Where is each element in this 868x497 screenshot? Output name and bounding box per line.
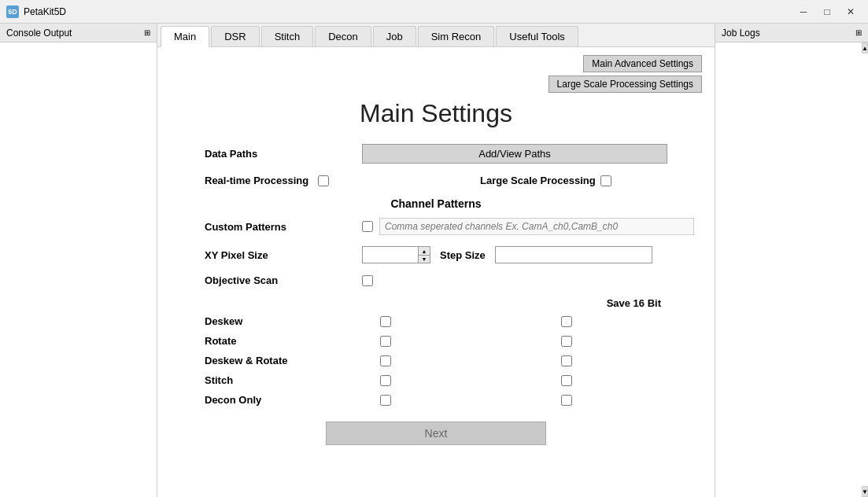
objective-scan-checkbox[interactable] <box>362 275 373 286</box>
window-controls: ─ □ ✕ <box>792 4 862 20</box>
main-form: Data Paths Add/View Paths Real-time Proc… <box>173 144 699 445</box>
deskew-save16-container <box>543 316 590 327</box>
console-title: Console Output <box>6 28 72 39</box>
console-header: Console Output ⊞ <box>0 24 157 42</box>
console-panel: Console Output ⊞ <box>0 24 157 497</box>
realtime-processing: Real-time Processing <box>205 175 480 186</box>
joblogs-header: Job Logs ⊞ <box>715 24 868 42</box>
rotate-checkbox[interactable] <box>380 336 391 347</box>
decon-only-save16-checkbox[interactable] <box>561 395 572 406</box>
deskew-checkbox-container <box>362 316 409 327</box>
joblogs-content: ▲ ▼ <box>715 42 868 497</box>
tab-content-main: Main Advanced Settings Large Scale Proce… <box>157 47 715 497</box>
realtime-label: Real-time Processing <box>205 175 308 186</box>
custom-patterns-row: Custom Patterns <box>205 218 667 235</box>
decon-only-checkbox-container <box>362 395 409 406</box>
tab-main[interactable]: Main <box>161 26 209 47</box>
settings-buttons: Main Advanced Settings Large Scale Proce… <box>549 55 702 93</box>
tab-useful-tools[interactable]: Useful Tools <box>496 26 578 46</box>
title-bar: 5D PetaKit5D ─ □ ✕ <box>0 0 868 24</box>
close-button[interactable]: ✕ <box>840 4 862 20</box>
stitch-label: Stitch <box>205 374 362 386</box>
decon-only-save16-container <box>543 395 590 406</box>
large-scale-label: Large Scale Processing <box>480 175 596 186</box>
decon-only-row: Decon Only <box>205 394 667 406</box>
deskew-save16-checkbox[interactable] <box>561 316 572 327</box>
xy-pixel-down[interactable]: ▼ <box>419 255 430 263</box>
joblogs-title: Job Logs <box>722 28 760 39</box>
console-content <box>0 42 157 497</box>
large-scale-settings-button[interactable]: Large Scale Processing Settings <box>549 75 702 93</box>
stitch-save16-checkbox[interactable] <box>561 375 572 386</box>
advanced-settings-button[interactable]: Main Advanced Settings <box>583 55 702 72</box>
stitch-save16-container <box>543 375 590 386</box>
xy-pixel-control: 0.10800 ▲ ▼ Step Size .5 <box>362 246 667 263</box>
xy-pixel-row: XY Pixel Size 0.10800 ▲ ▼ Step Size .5 <box>205 246 667 263</box>
step-size-label: Step Size <box>440 249 486 261</box>
next-button[interactable]: Next <box>326 422 546 445</box>
add-view-paths-button[interactable]: Add/View Paths <box>362 144 667 164</box>
objective-scan-row: Objective Scan <box>205 274 667 286</box>
stitch-checkbox[interactable] <box>380 375 391 386</box>
large-scale-checkbox[interactable] <box>600 175 611 186</box>
joblogs-panel: Job Logs ⊞ ▲ ▼ <box>715 24 868 497</box>
tab-stitch[interactable]: Stitch <box>261 26 314 46</box>
realtime-checkbox[interactable] <box>318 175 329 186</box>
deskew-row: Deskew <box>205 315 667 327</box>
objective-scan-label: Objective Scan <box>205 274 362 286</box>
stitch-checkbox-container <box>362 375 409 386</box>
joblogs-scroll-down[interactable]: ▼ <box>862 486 868 497</box>
objective-scan-control <box>362 275 667 286</box>
step-size-input[interactable]: .5 <box>495 246 652 263</box>
channel-patterns-header: Channel Patterns <box>205 197 667 210</box>
large-scale-processing: Large Scale Processing <box>480 175 611 186</box>
deskew-rotate-checkbox[interactable] <box>380 355 391 366</box>
page-title: Main Settings <box>173 99 699 128</box>
xy-pixel-up[interactable]: ▲ <box>419 247 430 255</box>
data-paths-control: Add/View Paths <box>362 144 667 164</box>
maximize-button[interactable]: □ <box>816 4 838 20</box>
decon-only-checkbox[interactable] <box>380 395 391 406</box>
custom-patterns-control <box>362 218 694 235</box>
xy-pixel-arrows: ▲ ▼ <box>418 247 430 263</box>
data-paths-row: Data Paths Add/View Paths <box>205 144 667 164</box>
tab-decon[interactable]: Decon <box>315 26 371 46</box>
custom-patterns-checkbox[interactable] <box>362 221 373 232</box>
data-paths-label: Data Paths <box>205 148 362 160</box>
rotate-checkbox-container <box>362 336 409 347</box>
processing-row: Real-time Processing Large Scale Process… <box>205 175 667 186</box>
app-body: Console Output ⊞ Main DSR Stitch Decon J… <box>0 24 868 497</box>
minimize-button[interactable]: ─ <box>792 4 814 20</box>
deskew-rotate-save16-checkbox[interactable] <box>561 355 572 366</box>
xy-pixel-label: XY Pixel Size <box>205 249 362 261</box>
decon-only-label: Decon Only <box>205 394 362 406</box>
deskew-rotate-row: Deskew & Rotate <box>205 355 667 366</box>
save-16bit-header: Save 16 Bit <box>205 297 667 309</box>
app-title: PetaKit5D <box>24 6 792 17</box>
next-btn-container: Next <box>205 422 667 445</box>
rotate-label: Rotate <box>205 335 362 347</box>
console-icon[interactable]: ⊞ <box>144 28 150 37</box>
tab-sim-recon[interactable]: Sim Recon <box>418 26 495 46</box>
operations-section: Deskew Rotate <box>205 315 667 406</box>
rotate-row: Rotate <box>205 335 667 347</box>
deskew-label: Deskew <box>205 315 362 327</box>
deskew-checkbox[interactable] <box>380 316 391 327</box>
deskew-rotate-save16-container <box>543 355 590 366</box>
custom-patterns-label: Custom Patterns <box>205 221 362 233</box>
tab-bar: Main DSR Stitch Decon Job Sim Recon Usef… <box>157 24 715 47</box>
joblogs-icon[interactable]: ⊞ <box>855 28 862 37</box>
xy-pixel-input[interactable]: 0.10800 <box>363 248 418 262</box>
custom-patterns-input[interactable] <box>379 218 694 235</box>
tab-job[interactable]: Job <box>373 26 416 46</box>
deskew-rotate-label: Deskew & Rotate <box>205 355 362 366</box>
rotate-save16-container <box>543 336 590 347</box>
rotate-save16-checkbox[interactable] <box>561 336 572 347</box>
main-content: Main DSR Stitch Decon Job Sim Recon Usef… <box>157 24 715 497</box>
tab-dsr[interactable]: DSR <box>211 26 259 46</box>
xy-pixel-spinner: 0.10800 ▲ ▼ <box>362 246 430 263</box>
joblogs-scroll-up[interactable]: ▲ <box>862 42 868 53</box>
app-icon: 5D <box>6 6 19 18</box>
stitch-row: Stitch <box>205 374 667 386</box>
deskew-rotate-checkbox-container <box>362 355 409 366</box>
